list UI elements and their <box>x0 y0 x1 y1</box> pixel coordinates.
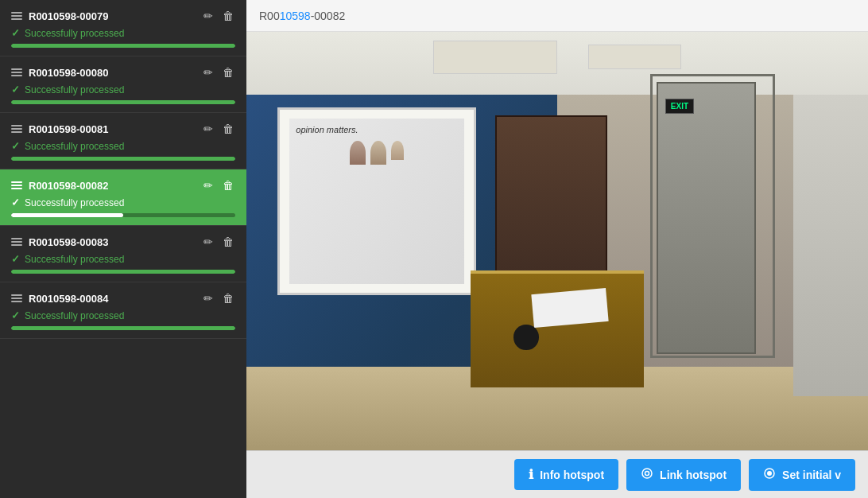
delete-button[interactable]: 🗑 <box>221 121 235 137</box>
status-row: ✓ Successfully processed <box>11 84 235 95</box>
progress-bar-fill <box>11 100 235 104</box>
item-actions: ✏ 🗑 <box>202 64 235 80</box>
progress-bar-fill <box>11 157 235 161</box>
svg-point-0 <box>642 469 652 478</box>
check-icon: ✓ <box>11 27 20 39</box>
link-icon <box>641 467 653 483</box>
pano-scene: opinion matters. EXIT <box>246 32 868 450</box>
sidebar: R0010598-00079 ✏ 🗑 ✓ Successfully proces… <box>0 0 246 498</box>
panorama-viewer[interactable]: opinion matters. EXIT <box>246 32 868 450</box>
list-item[interactable]: R0010598-00081 ✏ 🗑 ✓ Successfully proces… <box>0 113 246 169</box>
pano-desk <box>471 270 645 387</box>
drag-handle[interactable] <box>11 294 22 302</box>
main-header: R0010598-00082 <box>246 0 868 32</box>
desk-object <box>513 325 538 350</box>
svg-point-3 <box>767 471 772 476</box>
progress-bar-track <box>11 270 235 274</box>
item-title: R0010598-00081 <box>29 123 108 135</box>
list-item[interactable]: R0010598-00079 ✏ 🗑 ✓ Successfully proces… <box>0 0 246 56</box>
poster-text: opinion matters. <box>296 125 458 134</box>
set-initial-button[interactable]: Set initial v <box>749 459 855 491</box>
status-text: Successfully processed <box>25 254 124 265</box>
delete-button[interactable]: 🗑 <box>221 234 235 250</box>
list-item[interactable]: R0010598-00084 ✏ 🗑 ✓ Successfully proces… <box>0 282 246 339</box>
list-item[interactable]: R0010598-00080 ✏ 🗑 ✓ Successfully proces… <box>0 56 246 113</box>
check-icon: ✓ <box>11 309 20 321</box>
status-row: ✓ Successfully processed <box>11 309 235 321</box>
set-initial-label: Set initial v <box>782 469 841 481</box>
drag-handle[interactable] <box>11 125 22 133</box>
check-icon: ✓ <box>11 140 20 152</box>
progress-bar-track <box>11 326 235 330</box>
item-actions: ✏ 🗑 <box>202 121 235 137</box>
progress-bar-fill <box>11 270 235 274</box>
delete-button[interactable]: 🗑 <box>221 8 235 24</box>
info-hotspot-button[interactable]: ℹ Info hotspot <box>514 459 618 490</box>
progress-bar-track <box>11 157 235 161</box>
pano-door <box>657 82 756 354</box>
item-title: R0010598-00084 <box>29 293 108 305</box>
corridor-wall <box>793 95 868 396</box>
pano-papers <box>531 288 608 328</box>
progress-bar-track <box>11 44 235 48</box>
status-text: Successfully processed <box>25 84 124 95</box>
status-row: ✓ Successfully processed <box>11 196 235 208</box>
status-row: ✓ Successfully processed <box>11 140 235 152</box>
bottom-toolbar: ℹ Info hotspot Link hotspot Set initial … <box>246 450 868 498</box>
status-text: Successfully processed <box>25 310 124 321</box>
status-row: ✓ Successfully processed <box>11 27 235 39</box>
item-title: R0010598-00079 <box>29 10 108 22</box>
check-icon: ✓ <box>11 196 20 208</box>
drag-handle[interactable] <box>11 12 22 20</box>
svg-point-1 <box>645 471 649 475</box>
item-title: R0010598-00083 <box>29 236 108 248</box>
progress-bar-fill <box>11 326 235 330</box>
delete-button[interactable]: 🗑 <box>221 290 235 306</box>
item-actions: ✏ 🗑 <box>202 290 235 306</box>
main-content: R0010598-00082 opinion matters. <box>246 0 868 498</box>
check-icon: ✓ <box>11 84 20 95</box>
edit-button[interactable]: ✏ <box>202 234 215 250</box>
drag-handle[interactable] <box>11 68 22 76</box>
edit-button[interactable]: ✏ <box>202 8 215 24</box>
list-item-active[interactable]: R0010598-00082 ✏ 🗑 ✓ Successfully proces… <box>0 169 246 226</box>
item-title: R0010598-00080 <box>29 67 108 79</box>
status-row: ✓ Successfully processed <box>11 253 235 265</box>
edit-button[interactable]: ✏ <box>202 177 215 193</box>
progress-bar-fill <box>11 213 123 217</box>
item-actions: ✏ 🗑 <box>202 234 235 250</box>
info-icon: ℹ <box>529 467 533 482</box>
check-icon: ✓ <box>11 253 20 265</box>
edit-button[interactable]: ✏ <box>202 290 215 306</box>
item-actions: ✏ 🗑 <box>202 177 235 193</box>
light-fixture-1 <box>433 41 557 74</box>
progress-bar-fill <box>11 44 235 48</box>
light-fixture-2 <box>588 45 681 70</box>
delete-button[interactable]: 🗑 <box>221 64 235 80</box>
progress-bar-track <box>11 100 235 104</box>
status-text: Successfully processed <box>25 28 124 39</box>
progress-bar-track <box>11 213 235 217</box>
link-hotspot-button[interactable]: Link hotspot <box>626 459 741 491</box>
delete-button[interactable]: 🗑 <box>221 177 235 193</box>
link-hotspot-label: Link hotspot <box>660 469 727 481</box>
item-title: R0010598-00082 <box>29 180 108 192</box>
status-text: Successfully processed <box>25 197 124 208</box>
edit-button[interactable]: ✏ <box>202 121 215 137</box>
pano-poster: opinion matters. <box>277 107 476 296</box>
initial-icon <box>763 467 776 483</box>
exit-sign: EXIT <box>665 99 694 114</box>
info-hotspot-label: Info hotspot <box>540 469 604 481</box>
status-text: Successfully processed <box>25 141 124 152</box>
item-actions: ✏ 🗑 <box>202 8 235 24</box>
poster-people <box>296 141 458 165</box>
panorama-title: R0010598-00082 <box>259 10 345 22</box>
drag-handle[interactable] <box>11 181 22 189</box>
title-highlight: 10598 <box>280 10 311 22</box>
list-item[interactable]: R0010598-00083 ✏ 🗑 ✓ Successfully proces… <box>0 226 246 282</box>
edit-button[interactable]: ✏ <box>202 64 215 80</box>
drag-handle[interactable] <box>11 238 22 246</box>
